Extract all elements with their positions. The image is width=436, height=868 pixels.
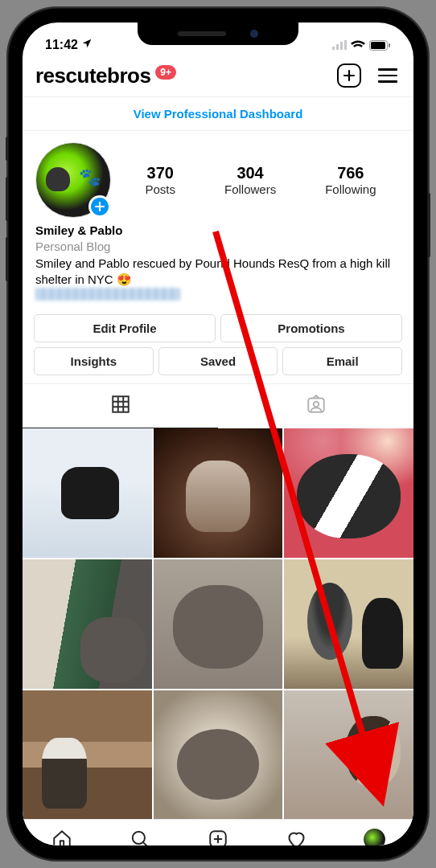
screen: 11:42 rescutebros 9+ View P	[23, 23, 413, 845]
pro-dashboard-link[interactable]: View Professional Dashboard	[23, 96, 413, 131]
bio-text: Smiley and Pablo rescued by Pound Hounds…	[35, 256, 401, 289]
device-notch	[138, 23, 298, 45]
profile-header: rescutebros 9+	[23, 58, 413, 96]
nav-activity[interactable]	[285, 828, 307, 845]
clock: 11:42	[45, 38, 78, 51]
create-button[interactable]	[336, 63, 362, 88]
phone-frame: 11:42 rescutebros 9+ View P	[8, 8, 428, 860]
add-post-icon	[208, 829, 228, 845]
heart-icon	[286, 829, 307, 845]
profile-avatar[interactable]	[35, 142, 111, 218]
post-thumbnail[interactable]	[284, 559, 413, 689]
bio-section: Smiley & Pablo Personal Blog Smiley and …	[23, 223, 413, 314]
followers-label: Followers	[224, 182, 276, 196]
profile-tab-icon	[364, 829, 385, 845]
svg-rect-1	[336, 44, 339, 50]
nav-profile[interactable]	[363, 828, 385, 845]
battery-icon	[369, 40, 391, 51]
tab-posts-grid[interactable]	[23, 384, 218, 428]
post-thumbnail[interactable]	[23, 428, 152, 558]
location-icon	[81, 38, 93, 49]
svg-rect-6	[389, 43, 390, 47]
status-right	[332, 40, 391, 51]
category-label: Personal Blog	[35, 239, 401, 255]
post-thumbnail[interactable]	[284, 428, 413, 558]
post-thumbnail[interactable]	[23, 559, 152, 689]
post-thumbnail[interactable]	[23, 690, 152, 820]
wifi-icon	[351, 40, 365, 51]
add-icon	[342, 68, 356, 83]
svg-rect-3	[344, 40, 347, 50]
post-thumbnail[interactable]	[154, 690, 283, 820]
grid-icon	[110, 394, 131, 415]
notification-badge[interactable]: 9+	[155, 65, 176, 80]
nav-search[interactable]	[129, 828, 151, 845]
following-stat[interactable]: 766 Following	[325, 164, 376, 196]
profile-summary: 370 Posts 304 Followers 766 Following	[23, 131, 413, 223]
post-thumbnail[interactable]	[284, 690, 413, 820]
bio-link-redacted[interactable]	[35, 288, 180, 301]
nav-create[interactable]	[207, 828, 229, 845]
tagged-icon	[306, 394, 327, 415]
posts-label: Posts	[145, 182, 175, 196]
following-count: 766	[325, 164, 376, 182]
action-button-grid: Edit Profile Promotions Insights Saved E…	[23, 314, 413, 375]
nav-home[interactable]	[51, 828, 73, 845]
insights-button[interactable]: Insights	[34, 347, 154, 375]
search-icon	[130, 829, 150, 845]
menu-icon	[378, 68, 397, 83]
followers-count: 304	[224, 164, 276, 182]
home-icon	[51, 829, 72, 845]
posts-count: 370	[145, 164, 175, 182]
svg-rect-2	[340, 42, 343, 50]
following-label: Following	[325, 182, 376, 196]
tab-tagged[interactable]	[218, 384, 413, 428]
display-name: Smiley & Pablo	[35, 223, 401, 239]
post-thumbnail[interactable]	[154, 559, 283, 689]
promotions-button[interactable]: Promotions	[220, 314, 402, 342]
saved-button[interactable]: Saved	[158, 347, 278, 375]
posts-stat[interactable]: 370 Posts	[145, 164, 175, 196]
add-story-icon[interactable]	[88, 195, 111, 218]
content-tabs	[23, 383, 413, 428]
menu-button[interactable]	[375, 63, 401, 88]
status-left: 11:42	[45, 38, 93, 52]
svg-rect-0	[332, 47, 335, 50]
email-button[interactable]: Email	[282, 347, 402, 375]
cellular-icon	[332, 40, 347, 50]
bottom-nav	[23, 819, 413, 845]
username[interactable]: rescutebros	[35, 63, 150, 88]
posts-grid	[23, 428, 413, 819]
svg-point-8	[313, 402, 319, 407]
edit-profile-button[interactable]: Edit Profile	[34, 314, 216, 342]
svg-rect-5	[371, 42, 385, 49]
post-thumbnail[interactable]	[154, 428, 283, 558]
followers-stat[interactable]: 304 Followers	[224, 164, 276, 196]
